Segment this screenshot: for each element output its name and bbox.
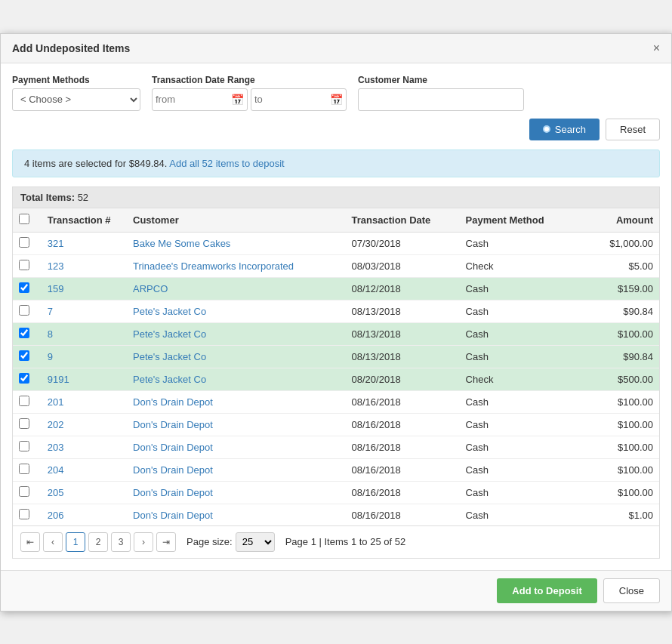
customer-link[interactable]: ARPCO (133, 283, 168, 294)
select-all-checkbox[interactable] (19, 214, 29, 224)
row-checkbox[interactable] (19, 350, 29, 361)
txn-cell: 8 (42, 322, 127, 345)
dialog-body: Payment Methods < Choose > Transaction D… (1, 63, 671, 570)
customer-link[interactable]: Pete's Jacket Co (133, 374, 206, 385)
add-to-deposit-button[interactable]: Add to Deposit (497, 578, 596, 603)
row-checkbox[interactable] (19, 237, 29, 248)
search-reset-row: Search Reset (12, 119, 660, 140)
amount-cell: $90.84 (574, 300, 659, 322)
row-checkbox[interactable] (19, 396, 29, 406)
amount-cell: $100.00 (574, 390, 659, 413)
customer-cell: Pete's Jacket Co (127, 322, 346, 345)
amount-cell: $100.00 (574, 458, 659, 481)
last-page-btn[interactable]: ⇥ (156, 532, 176, 552)
txn-link[interactable]: 205 (48, 487, 64, 498)
payment-method-cell: Check (460, 254, 574, 277)
customer-link[interactable]: Pete's Jacket Co (133, 306, 206, 317)
row-checkbox[interactable] (19, 464, 29, 474)
txn-cell: 7 (42, 300, 127, 322)
next-page-btn[interactable]: › (134, 532, 153, 552)
txn-cell: 206 (42, 504, 127, 525)
customer-cell: Trinadee's Dreamworks Incorporated (127, 254, 346, 277)
add-all-link[interactable]: Add all 52 items to deposit (169, 158, 284, 169)
page-3-btn[interactable]: 3 (111, 532, 131, 552)
table-container: Total Items: 52 Transaction # Customer (12, 186, 660, 559)
row-checkbox[interactable] (19, 373, 29, 384)
row-checkbox[interactable] (19, 305, 29, 316)
customer-cell: Pete's Jacket Co (127, 368, 346, 390)
row-checkbox[interactable] (19, 328, 29, 338)
pm-col-header: Payment Method (460, 208, 574, 233)
txn-cell: 205 (42, 481, 127, 504)
txn-link[interactable]: 204 (48, 464, 64, 476)
prev-page-btn[interactable]: ‹ (43, 532, 63, 552)
customer-cell: Bake Me Some Cakes (127, 232, 346, 254)
payment-methods-select[interactable]: < Choose > (12, 88, 140, 111)
txn-cell: 123 (42, 254, 127, 277)
reset-button[interactable]: Reset (606, 119, 660, 140)
txn-link[interactable]: 8 (48, 328, 53, 340)
customer-cell: Don's Drain Depot (127, 390, 346, 413)
date-cell: 08/16/2018 (346, 504, 460, 525)
close-icon[interactable]: × (653, 42, 660, 55)
row-checkbox[interactable] (19, 486, 29, 497)
txn-link[interactable]: 159 (48, 283, 64, 294)
txn-cell: 204 (42, 458, 127, 481)
info-bar-text: 4 items are selected for $849.84. (24, 158, 167, 169)
txn-link[interactable]: 9 (48, 351, 53, 362)
txn-link[interactable]: 201 (48, 396, 64, 408)
customer-link[interactable]: Bake Me Some Cakes (133, 238, 230, 249)
txn-link[interactable]: 321 (48, 238, 64, 249)
row-checkbox[interactable] (19, 282, 29, 293)
customer-link[interactable]: Don's Drain Depot (133, 419, 213, 430)
customer-link[interactable]: Pete's Jacket Co (133, 351, 206, 362)
row-checkbox[interactable] (19, 260, 29, 270)
date-cell: 07/30/2018 (346, 232, 460, 254)
customer-link[interactable]: Don's Drain Depot (133, 510, 213, 521)
customer-link[interactable]: Don's Drain Depot (133, 487, 213, 498)
payment-method-cell: Cash (460, 300, 574, 322)
txn-link[interactable]: 123 (48, 260, 64, 272)
row-checkbox[interactable] (19, 418, 29, 429)
dialog-header: Add Undeposited Items × (1, 34, 671, 63)
add-undeposited-items-dialog: Add Undeposited Items × Payment Methods … (0, 33, 672, 612)
payment-method-cell: Cash (460, 390, 574, 413)
txn-link[interactable]: 202 (48, 419, 64, 430)
payment-method-cell: Cash (460, 413, 574, 436)
txn-link[interactable]: 9191 (48, 374, 69, 385)
customer-link[interactable]: Pete's Jacket Co (133, 328, 206, 340)
amount-cell: $1.00 (574, 504, 659, 525)
page-size-select[interactable]: 25 50 100 (236, 532, 275, 552)
close-button[interactable]: Close (603, 578, 660, 603)
amount-cell: $100.00 (574, 481, 659, 504)
amount-cell: $100.00 (574, 436, 659, 458)
first-page-btn[interactable]: ⇤ (20, 532, 40, 552)
calendar-to-icon[interactable]: 📅 (330, 94, 343, 106)
customer-link[interactable]: Don's Drain Depot (133, 442, 213, 453)
payment-method-cell: Cash (460, 277, 574, 300)
search-button-label: Search (555, 124, 586, 135)
amount-cell: $500.00 (574, 368, 659, 390)
txn-link[interactable]: 203 (48, 442, 64, 453)
date-from-input[interactable] (156, 94, 231, 105)
date-cell: 08/16/2018 (346, 413, 460, 436)
amount-cell: $100.00 (574, 322, 659, 345)
row-checkbox[interactable] (19, 509, 29, 519)
table-body: 321Bake Me Some Cakes07/30/2018Cash$1,00… (13, 232, 659, 525)
page-1-btn[interactable]: 1 (66, 532, 85, 552)
page-2-btn[interactable]: 2 (88, 532, 108, 552)
customer-name-input[interactable] (358, 88, 524, 111)
date-from-wrap: 📅 (152, 88, 248, 111)
search-button[interactable]: Search (529, 119, 600, 140)
customer-link[interactable]: Don's Drain Depot (133, 396, 213, 408)
txn-link[interactable]: 206 (48, 510, 64, 521)
date-cell: 08/12/2018 (346, 277, 460, 300)
row-checkbox[interactable] (19, 441, 29, 451)
date-to-input[interactable] (254, 94, 330, 105)
table-scroll-wrap[interactable]: Transaction # Customer Transaction Date … (13, 208, 659, 525)
txn-link[interactable]: 7 (48, 306, 53, 317)
page-size-label: Page size: (186, 536, 233, 547)
calendar-from-icon[interactable]: 📅 (231, 94, 244, 106)
customer-link[interactable]: Don's Drain Depot (133, 464, 213, 476)
customer-link[interactable]: Trinadee's Dreamworks Incorporated (133, 260, 294, 272)
